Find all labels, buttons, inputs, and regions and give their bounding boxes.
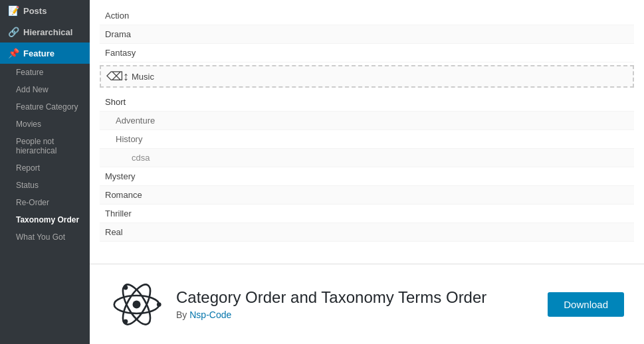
- plugin-author: By Nsp-Code: [176, 309, 534, 320]
- main-layout: 📝 Posts 🔗 Hierarchical 📌 Feature Feature…: [0, 0, 644, 344]
- sidebar-item-feature[interactable]: 📌 Feature: [0, 43, 90, 64]
- svg-point-5: [123, 285, 128, 290]
- svg-point-3: [132, 300, 140, 308]
- taxonomy-row: Real: [100, 223, 634, 242]
- plugin-title: Category Order and Taxonomy Terms Order: [176, 288, 534, 307]
- svg-point-6: [123, 319, 128, 323]
- sidebar-hierarchical-label: Hierarchical: [23, 27, 72, 37]
- download-button[interactable]: Download: [548, 292, 624, 317]
- taxonomy-row-dragging[interactable]: ⌫↕ Music: [100, 65, 634, 88]
- plugin-author-name: Nsp-Code: [189, 309, 231, 320]
- taxonomy-row: Drama: [100, 25, 634, 44]
- hierarchical-icon: 🔗: [8, 27, 19, 37]
- sidebar-sub-add-new[interactable]: Add New: [0, 81, 90, 98]
- drag-area: ⌫↕ Music: [106, 69, 627, 84]
- taxonomy-item-music: Music: [132, 72, 154, 82]
- sidebar-feature-label: Feature: [23, 48, 54, 58]
- plugin-info-bar: Category Order and Taxonomy Terms Order …: [90, 264, 644, 344]
- sidebar-sub-feature[interactable]: Feature: [0, 64, 90, 81]
- sidebar-sub-feature-category[interactable]: Feature Category: [0, 98, 90, 116]
- plugin-logo: [110, 278, 163, 331]
- taxonomy-row: Adventure: [100, 112, 634, 130]
- feature-icon: 📌: [8, 48, 19, 58]
- taxonomy-row: History: [100, 130, 634, 149]
- plugin-author-link[interactable]: Nsp-Code: [189, 309, 231, 320]
- sidebar-item-hierarchical[interactable]: 🔗 Hierarchical: [0, 21, 90, 43]
- sidebar-sub-people-not-hierarchical[interactable]: People not hierarchical: [0, 133, 90, 159]
- sidebar-posts-label: Posts: [23, 6, 47, 16]
- taxonomy-row: cdsa: [100, 149, 634, 167]
- taxonomy-row: Fantasy: [100, 44, 634, 62]
- svg-point-4: [156, 302, 161, 307]
- sidebar-item-posts[interactable]: 📝 Posts: [0, 0, 90, 21]
- sidebar-sub-re-order[interactable]: Re-Order: [0, 194, 90, 211]
- sidebar-sub-what-you-got[interactable]: What You Got: [0, 228, 90, 246]
- sidebar-sub-report[interactable]: Report: [0, 159, 90, 177]
- sidebar-sub-movies[interactable]: Movies: [0, 116, 90, 133]
- taxonomy-section-short: Short: [100, 90, 634, 112]
- taxonomy-row: Thriller: [100, 205, 634, 223]
- plugin-author-by: By: [176, 309, 187, 320]
- posts-icon: 📝: [8, 5, 19, 16]
- content-area: Action Drama Fantasy ⌫↕ Music Short Adve…: [90, 0, 644, 264]
- sidebar: 📝 Posts 🔗 Hierarchical 📌 Feature Feature…: [0, 0, 90, 344]
- taxonomy-row: Mystery: [100, 167, 634, 186]
- sidebar-sub-taxonomy-order[interactable]: Taxonomy Order: [0, 211, 90, 228]
- plugin-details: Category Order and Taxonomy Terms Order …: [176, 288, 534, 320]
- sidebar-sub-status[interactable]: Status: [0, 177, 90, 194]
- taxonomy-row: Action: [100, 7, 634, 25]
- taxonomy-grid: Action Drama Fantasy ⌫↕ Music Short Adve…: [90, 0, 644, 248]
- taxonomy-row: Romance: [100, 186, 634, 205]
- drag-cursor-icon: ⌫↕: [106, 69, 129, 84]
